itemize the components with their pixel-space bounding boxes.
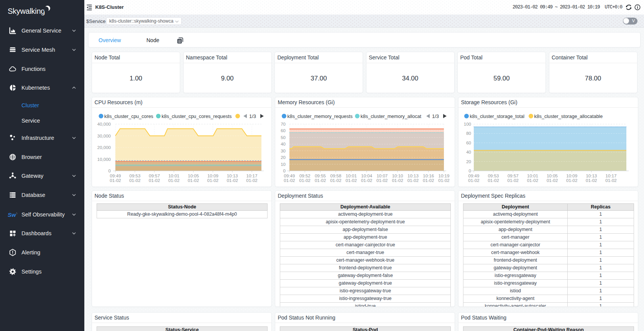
svg-text:10:0501-02: 10:0501-02 [547,174,558,183]
svg-text:0: 0 [469,169,471,173]
svg-text:10:1701-02: 10:1701-02 [605,174,616,183]
svg-text:10:1901-02: 10:1901-02 [438,174,449,183]
svg-text:100: 100 [464,122,471,126]
svg-text:k8s_cluster_memory_allocat: k8s_cluster_memory_allocat [361,114,422,119]
svg-text:k8s_cluster_cpu_cores: k8s_cluster_cpu_cores [104,114,153,119]
svg-text:10:0901-02: 10:0901-02 [207,174,219,183]
svg-text:k8s_cluster_storage_total: k8s_cluster_storage_total [470,114,524,119]
svg-text:k8s_cluster_memory_requests: k8s_cluster_memory_requests [288,114,353,119]
svg-text:09:4901-02: 09:4901-02 [284,174,295,183]
svg-text:40: 40 [281,142,286,146]
svg-text:10: 10 [281,162,286,167]
svg-text:20: 20 [281,155,286,160]
svg-text:10:0701-02: 10:0701-02 [376,174,388,183]
svg-text:10:1301-02: 10:1301-02 [586,174,597,183]
svg-text:10,000: 10,000 [97,157,111,162]
svg-text:09:5701-02: 09:5701-02 [508,174,519,183]
svg-text:09:5301-02: 09:5301-02 [129,174,140,183]
svg-text:30,000: 30,000 [97,134,111,138]
svg-text:10:0101-02: 10:0101-02 [168,174,179,183]
svg-text:60: 60 [281,128,286,133]
svg-text:20: 20 [466,159,471,164]
svg-text:09:4901-02: 09:4901-02 [110,174,121,183]
svg-text:50: 50 [281,135,286,140]
svg-text:10:0101-02: 10:0101-02 [527,174,538,183]
svg-text:70: 70 [281,122,286,126]
svg-text:30: 30 [281,149,286,153]
svg-text:0: 0 [283,169,286,173]
svg-text:40,000: 40,000 [97,122,111,126]
svg-text:10:1301-02: 10:1301-02 [227,174,238,183]
svg-text:20,000: 20,000 [97,145,111,150]
svg-text:09:5201-02: 09:5201-02 [299,174,310,183]
svg-text:09:5801-02: 09:5801-02 [330,174,341,183]
svg-text:09:5501-02: 09:5501-02 [315,174,326,183]
svg-text:Sw: Sw [8,211,16,218]
svg-text:09:5301-02: 09:5301-02 [488,174,499,183]
svg-text:80: 80 [466,131,471,136]
svg-text:10:0501-02: 10:0501-02 [188,174,199,183]
svg-text:0: 0 [108,169,111,173]
svg-text:k8s_cluster_storage_allocatabl: k8s_cluster_storage_allocatable [534,114,603,119]
svg-text:40: 40 [466,150,471,154]
svg-text:10:0401-02: 10:0401-02 [361,174,373,183]
svg-text:10:1701-02: 10:1701-02 [246,174,257,183]
svg-text:10:1001-02: 10:1001-02 [392,174,403,183]
svg-text:09:5701-02: 09:5701-02 [149,174,160,183]
svg-text:09:4901-02: 09:4901-02 [468,174,479,183]
svg-text:k8s_cluster_cpu_cores_requests: k8s_cluster_cpu_cores_requests [162,114,232,119]
svg-text:10:0901-02: 10:0901-02 [566,174,577,183]
svg-text:60: 60 [466,141,471,145]
svg-text:10:1601-02: 10:1601-02 [423,174,434,183]
svg-text:1/3: 1/3 [432,113,439,119]
svg-text:1/3: 1/3 [249,113,256,119]
svg-text:10:0101-02: 10:0101-02 [345,174,356,183]
svg-text:10:1301-02: 10:1301-02 [407,174,419,183]
